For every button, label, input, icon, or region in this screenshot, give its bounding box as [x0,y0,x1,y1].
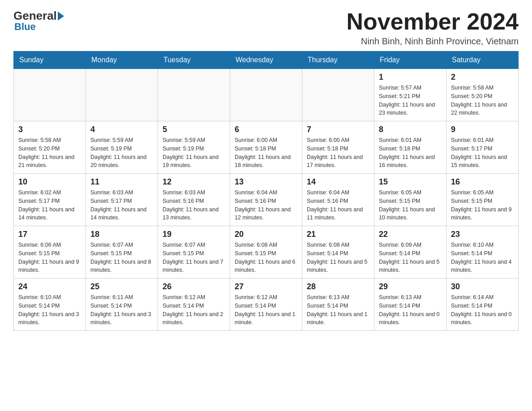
calendar-day-cell: 23Sunrise: 6:10 AMSunset: 5:14 PMDayligh… [446,226,519,278]
weekday-header-row: Sunday Monday Tuesday Wednesday Thursday… [14,51,519,69]
calendar-day-cell: 13Sunrise: 6:04 AMSunset: 5:16 PMDayligh… [230,174,302,226]
day-info: Sunrise: 6:06 AMSunset: 5:15 PMDaylight:… [18,241,81,274]
day-info: Sunrise: 6:13 AMSunset: 5:14 PMDaylight:… [379,293,442,327]
day-number: 10 [18,177,81,187]
day-info: Sunrise: 6:02 AMSunset: 5:17 PMDaylight:… [18,188,81,222]
day-info: Sunrise: 6:05 AMSunset: 5:15 PMDaylight:… [451,188,514,222]
day-info: Sunrise: 6:10 AMSunset: 5:14 PMDaylight:… [451,241,514,274]
calendar-table: Sunday Monday Tuesday Wednesday Thursday… [13,51,519,331]
calendar-day-cell: 2Sunrise: 5:58 AMSunset: 5:20 PMDaylight… [446,69,519,121]
calendar-day-cell: 14Sunrise: 6:04 AMSunset: 5:16 PMDayligh… [302,174,374,226]
calendar-day-cell: 5Sunrise: 5:59 AMSunset: 5:19 PMDaylight… [158,121,230,174]
day-number: 26 [163,282,225,291]
header-wednesday: Wednesday [230,51,302,69]
day-number: 5 [163,125,225,134]
calendar-day-cell: 21Sunrise: 6:08 AMSunset: 5:14 PMDayligh… [302,226,374,278]
calendar-day-cell [158,69,230,121]
day-number: 19 [163,230,225,239]
header-friday: Friday [374,51,446,69]
day-number: 22 [379,230,442,239]
title-area: November 2024 Ninh Binh, Ninh Binh Provi… [347,9,519,47]
day-number: 21 [307,230,369,239]
day-number: 11 [90,177,153,187]
calendar-day-cell: 3Sunrise: 5:58 AMSunset: 5:20 PMDaylight… [14,121,86,174]
calendar-week-row: 10Sunrise: 6:02 AMSunset: 5:17 PMDayligh… [14,174,519,226]
calendar-day-cell: 17Sunrise: 6:06 AMSunset: 5:15 PMDayligh… [14,226,86,278]
location-subtitle: Ninh Binh, Ninh Binh Province, Vietnam [347,36,519,47]
calendar-day-cell: 29Sunrise: 6:13 AMSunset: 5:14 PMDayligh… [374,278,446,331]
day-info: Sunrise: 6:08 AMSunset: 5:15 PMDaylight:… [235,241,297,274]
calendar-day-cell: 24Sunrise: 6:10 AMSunset: 5:14 PMDayligh… [14,278,86,331]
day-number: 2 [451,73,514,82]
calendar-header: Sunday Monday Tuesday Wednesday Thursday… [14,51,519,69]
day-info: Sunrise: 6:01 AMSunset: 5:18 PMDaylight:… [379,136,442,170]
day-number: 3 [18,125,81,134]
calendar-day-cell: 9Sunrise: 6:01 AMSunset: 5:17 PMDaylight… [446,121,519,174]
header-thursday: Thursday [302,51,374,69]
calendar-day-cell: 20Sunrise: 6:08 AMSunset: 5:15 PMDayligh… [230,226,302,278]
calendar-day-cell [230,69,302,121]
day-info: Sunrise: 6:01 AMSunset: 5:17 PMDaylight:… [451,136,514,170]
calendar-day-cell: 25Sunrise: 6:11 AMSunset: 5:14 PMDayligh… [86,278,158,331]
day-info: Sunrise: 6:11 AMSunset: 5:14 PMDaylight:… [90,293,153,327]
calendar-day-cell: 30Sunrise: 6:14 AMSunset: 5:14 PMDayligh… [446,278,519,331]
logo: General Blue [13,9,65,33]
day-info: Sunrise: 6:10 AMSunset: 5:14 PMDaylight:… [18,293,81,327]
day-number: 27 [235,282,297,291]
calendar-day-cell: 22Sunrise: 6:09 AMSunset: 5:14 PMDayligh… [374,226,446,278]
day-number: 23 [451,230,514,239]
day-info: Sunrise: 6:05 AMSunset: 5:15 PMDaylight:… [379,188,442,222]
calendar-day-cell: 27Sunrise: 6:12 AMSunset: 5:14 PMDayligh… [230,278,302,331]
day-info: Sunrise: 5:59 AMSunset: 5:19 PMDaylight:… [90,136,153,170]
calendar-day-cell [86,69,158,121]
calendar-day-cell: 12Sunrise: 6:03 AMSunset: 5:16 PMDayligh… [158,174,230,226]
calendar-day-cell: 4Sunrise: 5:59 AMSunset: 5:19 PMDaylight… [86,121,158,174]
calendar-day-cell: 1Sunrise: 5:57 AMSunset: 5:21 PMDaylight… [374,69,446,121]
calendar-week-row: 3Sunrise: 5:58 AMSunset: 5:20 PMDaylight… [14,121,519,174]
day-number: 1 [379,73,442,82]
day-number: 18 [90,230,153,239]
logo-blue: Blue [13,21,36,33]
day-number: 13 [235,177,297,187]
calendar-day-cell: 6Sunrise: 6:00 AMSunset: 5:18 PMDaylight… [230,121,302,174]
month-year-title: November 2024 [347,9,519,34]
day-number: 28 [307,282,369,291]
header-saturday: Saturday [446,51,519,69]
calendar-day-cell: 10Sunrise: 6:02 AMSunset: 5:17 PMDayligh… [14,174,86,226]
day-number: 20 [235,230,297,239]
day-number: 30 [451,282,514,291]
calendar-day-cell: 15Sunrise: 6:05 AMSunset: 5:15 PMDayligh… [374,174,446,226]
calendar-week-row: 17Sunrise: 6:06 AMSunset: 5:15 PMDayligh… [14,226,519,278]
day-info: Sunrise: 6:14 AMSunset: 5:14 PMDaylight:… [451,293,514,327]
day-number: 4 [90,125,153,134]
day-info: Sunrise: 6:00 AMSunset: 5:18 PMDaylight:… [307,136,369,170]
day-number: 15 [379,177,442,187]
day-info: Sunrise: 6:13 AMSunset: 5:14 PMDaylight:… [307,293,369,327]
day-info: Sunrise: 6:08 AMSunset: 5:14 PMDaylight:… [307,241,369,274]
day-info: Sunrise: 6:07 AMSunset: 5:15 PMDaylight:… [163,241,225,274]
day-info: Sunrise: 5:59 AMSunset: 5:19 PMDaylight:… [163,136,225,170]
day-number: 25 [90,282,153,291]
day-number: 24 [18,282,81,291]
day-info: Sunrise: 6:00 AMSunset: 5:18 PMDaylight:… [235,136,297,170]
calendar-day-cell: 28Sunrise: 6:13 AMSunset: 5:14 PMDayligh… [302,278,374,331]
calendar-week-row: 1Sunrise: 5:57 AMSunset: 5:21 PMDaylight… [14,69,519,121]
day-info: Sunrise: 6:03 AMSunset: 5:17 PMDaylight:… [90,188,153,222]
header-monday: Monday [86,51,158,69]
day-number: 14 [307,177,369,187]
day-info: Sunrise: 6:04 AMSunset: 5:16 PMDaylight:… [307,188,369,222]
calendar-day-cell: 16Sunrise: 6:05 AMSunset: 5:15 PMDayligh… [446,174,519,226]
day-number: 17 [18,230,81,239]
calendar-day-cell [302,69,374,121]
day-info: Sunrise: 5:57 AMSunset: 5:21 PMDaylight:… [379,84,442,117]
day-number: 16 [451,177,514,187]
day-info: Sunrise: 5:58 AMSunset: 5:20 PMDaylight:… [451,84,514,117]
header-tuesday: Tuesday [158,51,230,69]
day-info: Sunrise: 6:12 AMSunset: 5:14 PMDaylight:… [235,293,297,327]
day-number: 12 [163,177,225,187]
calendar-body: 1Sunrise: 5:57 AMSunset: 5:21 PMDaylight… [14,69,519,331]
page-header: General Blue November 2024 Ninh Binh, Ni… [13,9,519,47]
day-info: Sunrise: 6:03 AMSunset: 5:16 PMDaylight:… [163,188,225,222]
calendar-day-cell: 18Sunrise: 6:07 AMSunset: 5:15 PMDayligh… [86,226,158,278]
logo-arrow-icon [58,12,64,21]
